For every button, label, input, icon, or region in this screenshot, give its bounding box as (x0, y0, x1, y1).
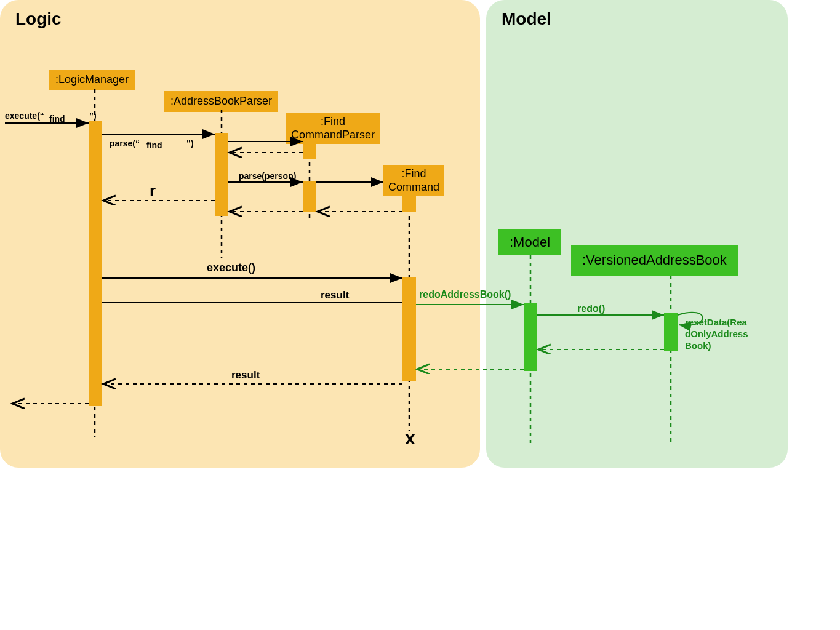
result1-label: result (321, 289, 349, 301)
find-command-head: :Find Command (383, 165, 444, 196)
logic-title: Logic (15, 9, 62, 29)
reset-data-label: resetData(Rea dOnlyAddress Book) (685, 317, 748, 351)
parse-find-label-pre: parse(“ (110, 138, 140, 148)
execute-find-label-pre: execute(“ (5, 111, 44, 121)
redo-label: redo() (577, 303, 605, 314)
logic-manager-head: :LogicManager (49, 70, 135, 90)
find-command-parser-head: :Find CommandParser (286, 113, 380, 144)
execute-find-label-post: ”) (89, 111, 97, 121)
model-head: :Model (498, 229, 561, 255)
parse-find-label-mid: find (146, 140, 162, 150)
addressbook-parser-head: :AddressBookParser (164, 91, 278, 112)
parse-person-label: parse(person) (239, 171, 296, 181)
versioned-addressbook-head: :VersionedAddressBook (571, 245, 738, 276)
execute-label: execute() (207, 261, 255, 274)
parse-find-label-post: ”) (186, 138, 194, 148)
r-label: r (150, 181, 156, 201)
redo-addressbook-label: redoAddressBook() (419, 289, 511, 300)
destroy-label: x (405, 428, 415, 449)
model-title: Model (502, 9, 551, 29)
execute-find-label-mid: find (49, 114, 65, 124)
result2-label: result (231, 369, 260, 381)
